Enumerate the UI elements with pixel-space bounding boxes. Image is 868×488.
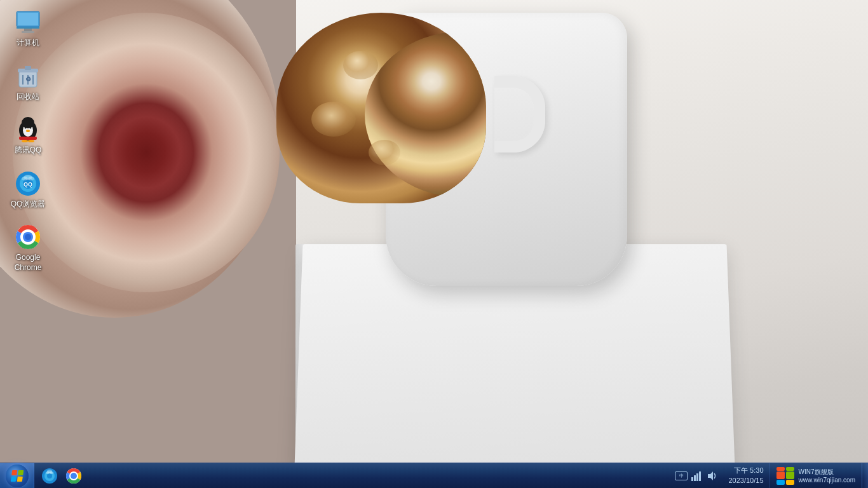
desktop: 1984 计算机	[0, 0, 868, 488]
quick-launch-area	[34, 463, 89, 489]
windows-logo	[10, 470, 24, 482]
system-tray: 中	[670, 463, 723, 489]
win-quad-green	[18, 470, 24, 475]
chrome-icon	[15, 224, 41, 250]
desktop-icons: 计算机 ♻ 回收站	[5, 6, 51, 276]
svg-rect-4	[22, 31, 34, 33]
clock-time: 下午 5:30	[734, 466, 763, 475]
tray-volume-icon[interactable]	[705, 470, 718, 482]
svg-rect-1	[18, 13, 38, 25]
svg-rect-45	[696, 473, 698, 481]
svg-point-36	[47, 473, 52, 478]
svg-rect-53	[786, 467, 794, 471]
svg-point-33	[25, 234, 31, 240]
svg-rect-7	[25, 66, 31, 70]
tray-network-icon[interactable]	[690, 470, 703, 482]
computer-icon	[15, 9, 41, 36]
coffee-bubble-1	[343, 51, 378, 79]
desktop-icon-recycle[interactable]: ♻ 回收站	[5, 60, 51, 105]
cup-handle	[494, 76, 545, 152]
taskbar-chrome-btn[interactable]	[62, 464, 85, 487]
svg-rect-43	[691, 477, 693, 481]
recycle-icon-label: 回收站	[17, 92, 39, 102]
qqbrowser-icon: QQ	[15, 170, 41, 197]
keyboard-indicator: 中	[675, 471, 688, 480]
svg-rect-52	[776, 467, 785, 471]
show-desktop-button[interactable]	[862, 463, 868, 489]
svg-text:♻: ♻	[25, 76, 31, 83]
svg-rect-48	[776, 471, 785, 479]
recycle-icon: ♻	[15, 63, 41, 90]
taskbar-qqbrowser-btn[interactable]	[38, 464, 61, 487]
svg-point-38	[46, 471, 50, 474]
tray-keyboard-icon[interactable]: 中	[675, 470, 688, 482]
svg-point-18	[26, 130, 30, 132]
win-quad-yellow	[17, 477, 22, 482]
coffee-liquid	[276, 13, 486, 203]
svg-rect-50	[776, 480, 785, 485]
clock-date: 2023/10/15	[728, 476, 763, 485]
taskbar: 中 下午 5:30 2023/10/15	[0, 463, 868, 488]
brand-line2: www.win7qijian.com	[799, 476, 855, 484]
svg-point-42	[71, 473, 77, 479]
chrome-icon-label: Google Chrome	[8, 253, 48, 273]
win-quad-red	[11, 470, 17, 475]
svg-point-19	[22, 117, 34, 128]
svg-point-29	[28, 177, 34, 180]
desktop-icon-qqbrowser[interactable]: QQ QQ浏览器	[5, 168, 51, 212]
coffee-bubble-2	[311, 102, 356, 137]
desktop-icon-computer[interactable]: 计算机	[5, 6, 51, 51]
food-bowl-inner	[13, 13, 280, 292]
svg-marker-47	[708, 471, 713, 480]
svg-rect-20	[19, 137, 37, 140]
coffee-bubble-3	[369, 140, 400, 165]
brand-line1: WIN7旗舰版	[799, 468, 855, 476]
svg-rect-49	[786, 471, 794, 479]
taskbar-clock[interactable]: 下午 5:30 2023/10/15	[723, 466, 768, 485]
qqbrowser-icon-label: QQ浏览器	[11, 200, 46, 210]
svg-point-22	[28, 140, 34, 142]
svg-point-28	[22, 177, 28, 180]
coffee-foam	[365, 32, 486, 197]
taskbar-brand: WIN7旗舰版 www.win7qijian.com	[769, 463, 862, 489]
desktop-icon-qq[interactable]: 腾讯QQ	[5, 114, 51, 158]
svg-rect-2	[17, 27, 39, 29]
desktop-icon-chrome[interactable]: Google Chrome	[5, 221, 51, 275]
start-orb	[6, 464, 29, 487]
start-button[interactable]	[0, 463, 34, 489]
svg-rect-51	[786, 480, 794, 485]
qq-icon-label: 腾讯QQ	[15, 146, 42, 156]
svg-rect-46	[699, 471, 701, 481]
svg-point-39	[50, 471, 53, 474]
svg-text:QQ: QQ	[24, 181, 32, 187]
brand-text-area: WIN7旗舰版 www.win7qijian.com	[799, 468, 855, 484]
svg-point-21	[22, 140, 28, 142]
qq-icon	[15, 116, 41, 143]
svg-rect-44	[694, 475, 696, 481]
svg-rect-3	[24, 29, 32, 31]
win-quad-blue	[10, 477, 16, 482]
computer-icon-label: 计算机	[17, 38, 39, 48]
coffee-scene: 1984	[0, 0, 868, 488]
